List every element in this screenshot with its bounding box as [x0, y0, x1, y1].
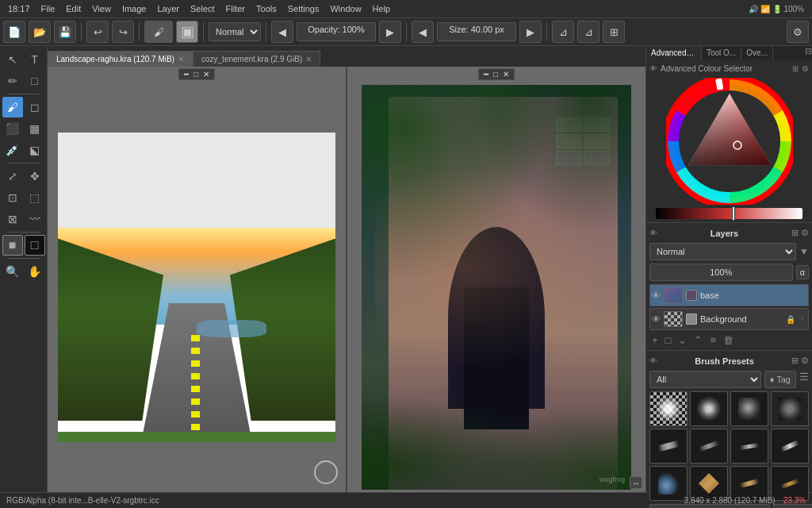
mirror-v-btn[interactable]: ⊿	[577, 21, 599, 43]
opacity-increase[interactable]: ▶	[379, 21, 401, 43]
mirror-btn[interactable]: ⊿	[552, 21, 574, 43]
layer-filter-icon[interactable]: ▼	[799, 246, 809, 257]
tool-smart-patch[interactable]: ⬕	[25, 140, 45, 160]
menu-edit[interactable]: Edit	[61, 2, 86, 15]
layer-base-options[interactable]: ⋮	[799, 291, 806, 300]
tool-zoom[interactable]: 🔍	[2, 261, 23, 282]
delete-layer-btn[interactable]: 🗑	[721, 333, 736, 347]
color-wheel[interactable]	[666, 78, 793, 205]
layer-item-base[interactable]: 👁 base ⋮	[649, 284, 809, 306]
brush-preset-5[interactable]	[649, 429, 688, 464]
layers-float-icon[interactable]: ⊞	[791, 228, 799, 238]
brush-config-icon[interactable]: ⚙	[801, 356, 809, 366]
tool-brush[interactable]: 🖌	[2, 97, 23, 117]
undo-button[interactable]: ↩	[86, 21, 109, 43]
brush-preset-4[interactable]	[771, 391, 809, 426]
panel-tab-tool[interactable]: Tool O...	[702, 46, 741, 60]
panel-tab-color[interactable]: Advanced Colour Sel _	[646, 46, 702, 60]
layer-lock-alpha-btn[interactable]: α	[796, 265, 809, 279]
menu-image[interactable]: Image	[117, 2, 151, 15]
open-button[interactable]: 📂	[29, 21, 51, 43]
brush-list-icon[interactable]: ☰	[799, 371, 809, 388]
tool-fill[interactable]: ⬛	[2, 118, 23, 139]
layers-panel: 👁 Layers ⊞ ⚙ Normal ▼ 100% α 👁	[646, 223, 812, 351]
layer-blend-select[interactable]: Normal	[649, 243, 796, 260]
menu-help[interactable]: Help	[368, 2, 396, 15]
tool-crop[interactable]: ⊡	[2, 187, 23, 208]
layer-opacity-value[interactable]: 100%	[649, 264, 793, 281]
panel-tab-over[interactable]: Ove...	[741, 46, 773, 60]
tool-transform[interactable]: ⤢	[2, 166, 23, 187]
layer-bg-options[interactable]: ⋮	[799, 315, 806, 324]
group-layer-btn[interactable]: ⌄	[676, 333, 689, 347]
layers-config-icon[interactable]: ⚙	[801, 228, 809, 238]
brush-tag-btn[interactable]: ♦ Tag	[764, 371, 796, 388]
properties-btn[interactable]: ≡	[707, 333, 718, 347]
brush-category-select[interactable]: All	[649, 371, 761, 388]
opacity-decrease[interactable]: ◀	[271, 21, 293, 43]
layers-eye-icon[interactable]: 👁	[649, 229, 657, 237]
color-selector-eye-icon[interactable]: 👁	[649, 64, 657, 73]
brush-preset-7[interactable]	[730, 429, 768, 464]
canvas-pane-landscape[interactable]: ━ □ ✕	[48, 67, 347, 492]
menu-tools[interactable]: Tools	[251, 2, 282, 15]
tool-wrap[interactable]: ⊠	[2, 209, 23, 229]
settings-btn[interactable]: ⚙	[787, 21, 809, 43]
tool-gradient[interactable]: ▦	[25, 118, 45, 139]
color-wheel-svg[interactable]	[666, 78, 793, 205]
color-fg-btn[interactable]: ▣	[176, 21, 198, 43]
brush-float-icon[interactable]: ⊞	[791, 356, 799, 366]
tool-text[interactable]: T	[25, 49, 45, 70]
value-bar[interactable]	[656, 208, 802, 219]
tool-liquify[interactable]: 〰	[25, 209, 45, 229]
brush-preset-btn[interactable]: 🖌	[144, 21, 173, 43]
brush-preset-6[interactable]	[690, 429, 728, 464]
close-cozy-tab[interactable]: ✕	[305, 55, 312, 64]
brush-preset-2[interactable]	[690, 391, 728, 426]
size-increase[interactable]: ▶	[519, 21, 542, 43]
tool-freehand[interactable]: ✏	[2, 71, 23, 91]
menu-settings[interactable]: Settings	[283, 2, 324, 15]
layer-item-background[interactable]: 👁 Background 🔒 ⋮	[649, 308, 809, 330]
wrap-btn[interactable]: ⊞	[603, 21, 625, 43]
brush-preset-3[interactable]	[730, 391, 768, 426]
tab-landscape[interactable]: Landscape-raghu.kra (120.7 MiB) ✕	[48, 51, 193, 67]
tool-color-picker[interactable]: 💉	[2, 140, 23, 160]
redo-button[interactable]: ↪	[112, 21, 134, 43]
move-up-btn[interactable]: ⌃	[691, 333, 705, 347]
new-button[interactable]: 📄	[3, 21, 25, 43]
brush-eye-icon[interactable]: 👁	[649, 356, 657, 365]
color-selector-config-btn[interactable]: ⚙	[802, 64, 809, 73]
tool-move[interactable]: ✥	[25, 166, 45, 187]
layer-base-visibility[interactable]: 👁	[652, 291, 661, 300]
color-selector-float-btn[interactable]: ⊞	[792, 64, 799, 73]
add-layer-btn[interactable]: +	[649, 333, 661, 347]
tool-perspective[interactable]: ⬚	[25, 187, 45, 208]
tool-pan[interactable]: ✋	[25, 261, 45, 282]
layer-bg-visibility[interactable]: 👁	[652, 314, 661, 324]
menu-window[interactable]: Window	[325, 2, 366, 15]
brush-preset-8[interactable]	[771, 429, 809, 464]
tool-select-rect[interactable]: □	[25, 71, 45, 91]
tool-eraser[interactable]: ◻	[25, 97, 45, 117]
close-landscape-tab[interactable]: ✕	[178, 55, 184, 64]
size-decrease[interactable]: ◀	[412, 21, 434, 43]
blend-mode-select[interactable]: Normal	[209, 22, 261, 41]
brush-preset-1[interactable]	[649, 391, 688, 426]
canvas-pane-cozy[interactable]: ━ □ ✕	[347, 67, 645, 492]
landscape-canvas[interactable]	[58, 133, 335, 442]
menu-layer[interactable]: Layer	[152, 2, 184, 15]
tool-color-fg[interactable]: ■	[2, 235, 23, 256]
panel-collapse-btn[interactable]: ⊟	[805, 46, 812, 60]
menu-file[interactable]: File	[36, 2, 60, 15]
tool-color-bg[interactable]: □	[25, 235, 45, 256]
menu-view[interactable]: View	[87, 2, 116, 15]
brush-preview-6	[699, 441, 719, 452]
menu-filter[interactable]: Filter	[221, 2, 250, 15]
tab-cozy[interactable]: cozy_tenement.kra (2.9 GiB) ✕	[193, 51, 320, 67]
menu-select[interactable]: Select	[186, 2, 220, 15]
scroll-indicator[interactable]: ↔	[630, 476, 642, 489]
copy-layer-btn[interactable]: □	[663, 333, 674, 347]
tool-pointer[interactable]: ↖	[2, 49, 23, 70]
save-button[interactable]: 💾	[54, 21, 76, 43]
